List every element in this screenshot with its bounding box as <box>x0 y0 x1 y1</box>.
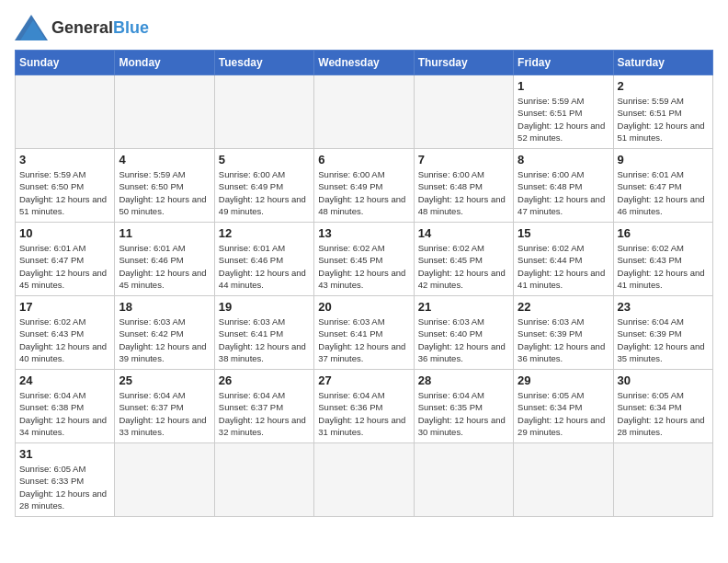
day-number: 13 <box>318 226 409 240</box>
calendar-cell: 27Sunrise: 6:04 AM Sunset: 6:36 PM Dayli… <box>314 370 414 443</box>
calendar-cell <box>414 75 513 149</box>
page-header: GeneralBlue <box>15 15 713 40</box>
calendar-cell: 31Sunrise: 6:05 AM Sunset: 6:33 PM Dayli… <box>16 443 115 517</box>
calendar-cell: 29Sunrise: 6:05 AM Sunset: 6:34 PM Dayli… <box>514 370 613 443</box>
logo-icon <box>15 15 48 40</box>
day-info: Sunrise: 6:04 AM Sunset: 6:37 PM Dayligh… <box>119 389 210 438</box>
day-number: 22 <box>518 300 609 314</box>
day-number: 6 <box>318 153 409 167</box>
day-number: 3 <box>19 153 110 167</box>
day-header-sunday: Sunday <box>16 51 115 75</box>
day-info: Sunrise: 6:01 AM Sunset: 6:47 PM Dayligh… <box>19 242 110 291</box>
day-number: 5 <box>219 153 310 167</box>
calendar-cell <box>314 443 414 517</box>
day-number: 12 <box>219 226 310 240</box>
calendar-cell <box>16 75 115 149</box>
calendar-cell: 3Sunrise: 5:59 AM Sunset: 6:50 PM Daylig… <box>16 149 115 223</box>
day-number: 25 <box>119 373 210 387</box>
calendar-cell: 11Sunrise: 6:01 AM Sunset: 6:46 PM Dayli… <box>115 223 214 296</box>
day-header-thursday: Thursday <box>414 51 513 75</box>
day-info: Sunrise: 5:59 AM Sunset: 6:50 PM Dayligh… <box>19 168 110 217</box>
calendar-cell: 20Sunrise: 6:03 AM Sunset: 6:41 PM Dayli… <box>314 296 414 370</box>
calendar-cell: 30Sunrise: 6:05 AM Sunset: 6:34 PM Dayli… <box>613 370 712 443</box>
logo: GeneralBlue <box>15 15 149 40</box>
day-info: Sunrise: 6:05 AM Sunset: 6:34 PM Dayligh… <box>518 389 609 438</box>
calendar-cell: 18Sunrise: 6:03 AM Sunset: 6:42 PM Dayli… <box>115 296 214 370</box>
calendar-week-4: 24Sunrise: 6:04 AM Sunset: 6:38 PM Dayli… <box>16 370 713 443</box>
calendar-week-5: 31Sunrise: 6:05 AM Sunset: 6:33 PM Dayli… <box>16 443 713 517</box>
day-number: 24 <box>19 373 110 387</box>
day-number: 31 <box>19 447 110 461</box>
day-number: 27 <box>318 373 409 387</box>
day-info: Sunrise: 6:04 AM Sunset: 6:36 PM Dayligh… <box>318 389 409 438</box>
day-number: 29 <box>518 373 609 387</box>
day-header-friday: Friday <box>514 51 613 75</box>
day-number: 19 <box>219 300 310 314</box>
day-info: Sunrise: 6:02 AM Sunset: 6:44 PM Dayligh… <box>518 242 609 291</box>
day-info: Sunrise: 6:00 AM Sunset: 6:48 PM Dayligh… <box>418 168 509 217</box>
calendar-cell <box>314 75 414 149</box>
day-info: Sunrise: 6:02 AM Sunset: 6:45 PM Dayligh… <box>418 242 509 291</box>
calendar-cell: 16Sunrise: 6:02 AM Sunset: 6:43 PM Dayli… <box>613 223 712 296</box>
day-info: Sunrise: 6:03 AM Sunset: 6:41 PM Dayligh… <box>318 316 409 364</box>
day-number: 20 <box>318 300 409 314</box>
calendar-cell: 25Sunrise: 6:04 AM Sunset: 6:37 PM Dayli… <box>115 370 214 443</box>
calendar-cell: 9Sunrise: 6:01 AM Sunset: 6:47 PM Daylig… <box>613 149 712 223</box>
calendar-cell: 24Sunrise: 6:04 AM Sunset: 6:38 PM Dayli… <box>16 370 115 443</box>
calendar-cell <box>115 75 214 149</box>
calendar-cell <box>214 75 313 149</box>
calendar-cell: 7Sunrise: 6:00 AM Sunset: 6:48 PM Daylig… <box>414 149 513 223</box>
day-number: 16 <box>618 226 709 240</box>
day-info: Sunrise: 6:05 AM Sunset: 6:33 PM Dayligh… <box>19 463 110 511</box>
day-number: 7 <box>418 153 509 167</box>
calendar-week-3: 17Sunrise: 6:02 AM Sunset: 6:43 PM Dayli… <box>16 296 713 370</box>
day-number: 4 <box>119 153 210 167</box>
day-info: Sunrise: 6:00 AM Sunset: 6:49 PM Dayligh… <box>219 168 310 217</box>
logo-text: GeneralBlue <box>51 18 149 38</box>
day-number: 2 <box>618 79 709 93</box>
day-number: 17 <box>19 300 110 314</box>
calendar-cell: 5Sunrise: 6:00 AM Sunset: 6:49 PM Daylig… <box>214 149 313 223</box>
calendar-cell: 6Sunrise: 6:00 AM Sunset: 6:49 PM Daylig… <box>314 149 414 223</box>
calendar-cell: 4Sunrise: 5:59 AM Sunset: 6:50 PM Daylig… <box>115 149 214 223</box>
calendar-week-2: 10Sunrise: 6:01 AM Sunset: 6:47 PM Dayli… <box>16 223 713 296</box>
day-number: 18 <box>119 300 210 314</box>
calendar-cell <box>115 443 214 517</box>
day-info: Sunrise: 5:59 AM Sunset: 6:50 PM Dayligh… <box>119 168 210 217</box>
day-info: Sunrise: 5:59 AM Sunset: 6:51 PM Dayligh… <box>518 95 609 144</box>
day-info: Sunrise: 6:02 AM Sunset: 6:43 PM Dayligh… <box>618 242 709 291</box>
day-info: Sunrise: 6:00 AM Sunset: 6:49 PM Dayligh… <box>318 168 409 217</box>
day-info: Sunrise: 6:04 AM Sunset: 6:38 PM Dayligh… <box>19 389 110 438</box>
calendar-cell <box>414 443 513 517</box>
day-number: 10 <box>19 226 110 240</box>
day-info: Sunrise: 6:03 AM Sunset: 6:40 PM Dayligh… <box>418 316 509 364</box>
calendar-cell: 22Sunrise: 6:03 AM Sunset: 6:39 PM Dayli… <box>514 296 613 370</box>
day-info: Sunrise: 6:01 AM Sunset: 6:47 PM Dayligh… <box>618 168 709 217</box>
day-number: 30 <box>618 373 709 387</box>
day-info: Sunrise: 5:59 AM Sunset: 6:51 PM Dayligh… <box>618 95 709 144</box>
day-number: 11 <box>119 226 210 240</box>
day-info: Sunrise: 6:03 AM Sunset: 6:39 PM Dayligh… <box>518 316 609 364</box>
calendar-cell: 21Sunrise: 6:03 AM Sunset: 6:40 PM Dayli… <box>414 296 513 370</box>
calendar-cell: 19Sunrise: 6:03 AM Sunset: 6:41 PM Dayli… <box>214 296 313 370</box>
day-number: 26 <box>219 373 310 387</box>
day-number: 28 <box>418 373 509 387</box>
calendar-cell: 13Sunrise: 6:02 AM Sunset: 6:45 PM Dayli… <box>314 223 414 296</box>
calendar-cell: 28Sunrise: 6:04 AM Sunset: 6:35 PM Dayli… <box>414 370 513 443</box>
day-info: Sunrise: 6:02 AM Sunset: 6:43 PM Dayligh… <box>19 316 110 364</box>
day-info: Sunrise: 6:04 AM Sunset: 6:39 PM Dayligh… <box>618 316 709 364</box>
day-number: 15 <box>518 226 609 240</box>
calendar-cell: 2Sunrise: 5:59 AM Sunset: 6:51 PM Daylig… <box>613 75 712 149</box>
day-number: 23 <box>618 300 709 314</box>
calendar-cell <box>514 443 613 517</box>
day-info: Sunrise: 6:03 AM Sunset: 6:41 PM Dayligh… <box>219 316 310 364</box>
calendar-cell: 14Sunrise: 6:02 AM Sunset: 6:45 PM Dayli… <box>414 223 513 296</box>
calendar-cell: 26Sunrise: 6:04 AM Sunset: 6:37 PM Dayli… <box>214 370 313 443</box>
day-info: Sunrise: 6:00 AM Sunset: 6:48 PM Dayligh… <box>518 168 609 217</box>
day-info: Sunrise: 6:01 AM Sunset: 6:46 PM Dayligh… <box>119 242 210 291</box>
calendar-header-row: SundayMondayTuesdayWednesdayThursdayFrid… <box>16 51 713 75</box>
calendar-cell <box>613 443 712 517</box>
day-number: 21 <box>418 300 509 314</box>
day-info: Sunrise: 6:04 AM Sunset: 6:35 PM Dayligh… <box>418 389 509 438</box>
calendar-week-1: 3Sunrise: 5:59 AM Sunset: 6:50 PM Daylig… <box>16 149 713 223</box>
